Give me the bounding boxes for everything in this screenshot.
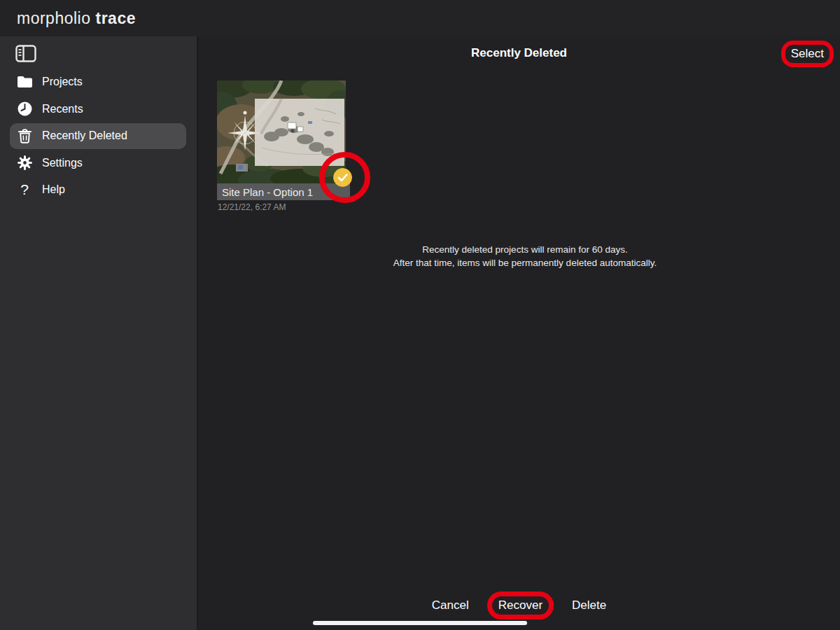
project-deleted-date: 12/21/22, 6:27 AM xyxy=(218,202,286,212)
cancel-button[interactable]: Cancel xyxy=(432,598,469,612)
sidebar-item-label: Projects xyxy=(42,76,83,88)
sidebar-item-settings[interactable]: Settings xyxy=(0,150,198,177)
recover-annotation: Recover xyxy=(487,592,554,620)
home-indicator[interactable] xyxy=(313,621,527,625)
logo-morpholio: morpholio xyxy=(17,9,91,28)
retention-info-line1: Recently deleted projects will remain fo… xyxy=(210,243,840,256)
logo-trace: trace xyxy=(96,9,136,28)
sidebar-item-help[interactable]: ? Help xyxy=(0,176,198,204)
sidebar-nav: Projects Recents xyxy=(0,69,198,204)
gear-icon xyxy=(15,155,34,172)
page-title: Recently Deleted xyxy=(198,46,840,60)
sidebar-item-label: Settings xyxy=(42,157,83,169)
recover-button[interactable]: Recover xyxy=(498,598,542,612)
selected-checkmark-badge[interactable] xyxy=(333,168,352,187)
clock-icon xyxy=(15,101,34,118)
folder-icon xyxy=(15,74,34,90)
sidebar-item-projects[interactable]: Projects xyxy=(0,69,198,96)
project-titlebar: Site Plan - Option 1 xyxy=(217,183,350,200)
sidebar-item-label: Recently Deleted xyxy=(42,130,127,142)
project-title: Site Plan - Option 1 xyxy=(217,186,313,198)
sidebar-toggle-icon[interactable] xyxy=(15,43,37,63)
delete-button[interactable]: Delete xyxy=(572,598,606,612)
retention-info-line2: After that time, items will be permanent… xyxy=(210,256,840,270)
project-card[interactable]: Site Plan - Option 1 12/21/22, 6:27 AM xyxy=(217,80,350,183)
sidebar-item-recents[interactable]: Recents xyxy=(0,96,198,123)
trash-icon xyxy=(15,127,34,144)
retention-info: Recently deleted projects will remain fo… xyxy=(210,243,840,270)
app-header: morpholio trace xyxy=(0,0,840,36)
select-annotation: Select xyxy=(781,41,834,67)
sidebar-item-recently-deleted[interactable]: Recently Deleted xyxy=(0,122,198,150)
sidebar-item-label: Help xyxy=(42,183,65,196)
app-logo: morpholio trace xyxy=(17,0,136,36)
bottom-action-bar: Cancel Recover Delete xyxy=(198,590,840,621)
sidebar-item-label: Recents xyxy=(42,103,83,115)
select-button[interactable]: Select xyxy=(791,47,824,60)
project-thumbnail[interactable] xyxy=(217,80,346,183)
question-icon: ? xyxy=(15,181,34,198)
sidebar: Projects Recents xyxy=(0,36,198,630)
